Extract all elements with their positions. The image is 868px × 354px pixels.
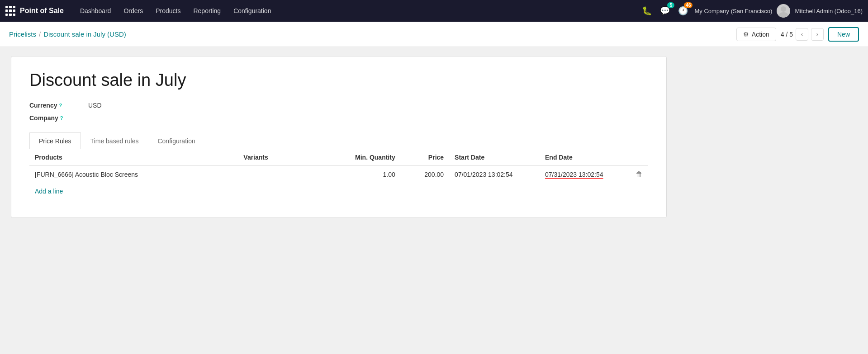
company-selector[interactable]: My Company (San Francisco) <box>694 8 772 14</box>
new-button[interactable]: New <box>828 27 859 42</box>
company-label: Company ? <box>29 114 84 122</box>
company-help-icon[interactable]: ? <box>60 115 63 121</box>
add-line-link[interactable]: Add a line <box>29 183 68 199</box>
currency-field-row: Currency ? USD <box>29 102 648 109</box>
cell-price[interactable]: 200.00 <box>401 165 449 183</box>
pagination: 4 / 5 ‹ › <box>781 28 824 41</box>
col-header-price: Price <box>401 149 449 166</box>
pagination-prev[interactable]: ‹ <box>796 28 808 41</box>
breadcrumb-current: Discount sale in July (USD) <box>43 30 126 38</box>
currency-help-icon[interactable]: ? <box>59 103 62 108</box>
main-content: Discount sale in July Currency ? USD Com… <box>0 47 868 354</box>
tab-configuration[interactable]: Configuration <box>148 132 204 149</box>
price-rules-table-container: Products Variants Min. Quantity Price St… <box>29 149 648 199</box>
menu-products[interactable]: Products <box>150 5 186 17</box>
user-menu[interactable]: Mitchell Admin (Odoo_16) <box>795 8 863 14</box>
col-header-start-date: Start Date <box>449 149 540 166</box>
pagination-next[interactable]: › <box>811 28 824 41</box>
cell-end-date[interactable]: 07/31/2023 13:02:54 <box>540 165 630 183</box>
clock-badge: 46 <box>684 2 693 8</box>
bug-icon-button[interactable]: 🐛 <box>640 4 654 18</box>
col-header-products: Products <box>29 149 238 166</box>
app-grid-icon[interactable] <box>5 6 15 16</box>
menu-configuration[interactable]: Configuration <box>228 5 276 17</box>
app-brand[interactable]: Point of Sale <box>20 7 64 15</box>
table-row: [FURN_6666] Acoustic Bloc Screens 1.00 2… <box>29 165 648 183</box>
form-card: Discount sale in July Currency ? USD Com… <box>11 56 667 218</box>
gear-icon: ⚙ <box>743 31 749 38</box>
topnav-right-actions: 🐛 💬 5 🕐 46 My Company (San Francisco) Mi… <box>640 4 863 18</box>
user-avatar[interactable] <box>777 4 790 18</box>
company-field-row: Company ? <box>29 114 648 122</box>
col-header-min-quantity: Min. Quantity <box>328 149 401 166</box>
breadcrumb: Pricelists / Discount sale in July (USD) <box>9 30 126 38</box>
cell-delete-action: 🗑 <box>630 165 648 183</box>
currency-label: Currency ? <box>29 102 84 109</box>
tab-time-based-rules[interactable]: Time based rules <box>81 132 148 149</box>
tab-price-rules[interactable]: Price Rules <box>29 132 81 149</box>
clock-icon-button[interactable]: 🕐 46 <box>676 4 690 18</box>
cell-variants[interactable] <box>238 165 328 183</box>
col-header-variants: Variants <box>238 149 328 166</box>
action-bar-right: ⚙ Action 4 / 5 ‹ › New <box>736 27 859 42</box>
tabs-container: Price Rules Time based rules Configurati… <box>29 132 648 149</box>
chat-badge: 5 <box>667 2 674 8</box>
currency-value[interactable]: USD <box>84 102 102 109</box>
cell-start-date[interactable]: 07/01/2023 13:02:54 <box>449 165 540 183</box>
menu-dashboard[interactable]: Dashboard <box>75 5 117 17</box>
action-bar: Pricelists / Discount sale in July (USD)… <box>0 22 868 47</box>
cell-products[interactable]: [FURN_6666] Acoustic Bloc Screens <box>29 165 238 183</box>
breadcrumb-separator: / <box>39 30 41 38</box>
menu-orders[interactable]: Orders <box>118 5 148 17</box>
price-rules-table: Products Variants Min. Quantity Price St… <box>29 149 648 183</box>
cell-min-quantity[interactable]: 1.00 <box>328 165 401 183</box>
top-navigation: Point of Sale Dashboard Orders Products … <box>0 0 868 22</box>
col-header-action <box>630 149 648 166</box>
action-button[interactable]: ⚙ Action <box>736 28 776 41</box>
pagination-text: 4 / 5 <box>781 31 793 38</box>
delete-row-icon[interactable]: 🗑 <box>636 170 643 178</box>
svg-point-1 <box>778 12 788 18</box>
svg-point-0 <box>781 6 786 12</box>
menu-reporting[interactable]: Reporting <box>188 5 226 17</box>
record-title: Discount sale in July <box>29 70 648 91</box>
chat-icon-button[interactable]: 💬 5 <box>658 4 672 18</box>
top-menu: Dashboard Orders Products Reporting Conf… <box>75 5 640 17</box>
breadcrumb-parent[interactable]: Pricelists <box>9 30 36 38</box>
end-date-value: 07/31/2023 13:02:54 <box>545 171 603 178</box>
col-header-end-date: End Date <box>540 149 630 166</box>
